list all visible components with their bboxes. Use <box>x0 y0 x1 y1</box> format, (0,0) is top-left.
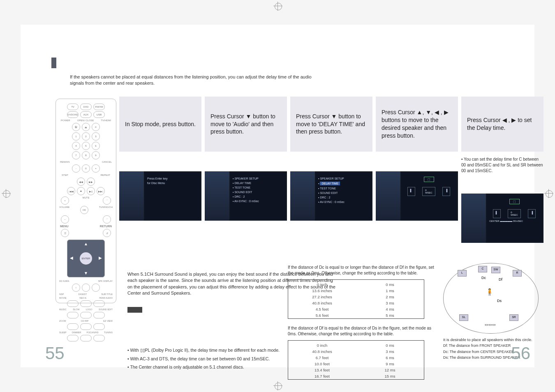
table-cell-distance: 4.5 feet <box>288 306 356 312</box>
remote-label-mute: MUTE <box>83 196 90 205</box>
screen-line: • DELAY TIME <box>233 182 283 184</box>
table-cell-distance: 5.6 feet <box>288 312 356 318</box>
remote-digit-6: 6 <box>92 142 100 150</box>
rb3 <box>93 300 105 307</box>
remote-btn-usb: USB <box>93 111 105 118</box>
table-cell-delay: 3 ms <box>356 300 424 306</box>
l-logo: LOGO <box>86 308 92 311</box>
surround-delay-table: 0 inch0 ms40.8 inches3 ms6.7 feet6 ms10.… <box>288 340 424 380</box>
table-cell-distance: 16.7 feet <box>288 373 356 379</box>
rb10 <box>67 335 79 341</box>
screen-line: • DRC : 2 <box>318 196 368 199</box>
step-screen-2: AUDIO• SPEAKER SETUP• DELAY TIME• TEST T… <box>205 171 287 221</box>
table-cell-distance: 40.8 inches <box>288 300 356 306</box>
l-tuning2: TUNING <box>104 331 113 334</box>
remote-label-vol: VOLUME <box>59 206 69 214</box>
remote-btn-chdn: ˅ <box>103 215 111 224</box>
remote-digit-1: 1 <box>72 132 80 141</box>
remote-label-tuning: TUNING/CH <box>99 206 113 214</box>
remote-btn-power: ⏻ <box>72 123 80 131</box>
remote-digit-5: 5 <box>82 142 90 150</box>
l-music: MUSIC <box>59 308 67 311</box>
remote-control-illustration: TV DVD FM/XM DVDOKE AUX USB POWER OPEN/ … <box>56 99 116 303</box>
table-cell-delay: 0 ms <box>356 342 424 348</box>
speaker-SW: SW <box>491 267 500 273</box>
speaker-L: L <box>458 270 467 277</box>
screen-line: • AV-SYNC : 0 mSec <box>318 201 368 203</box>
step-screen-4: DELAY TIME⬚▌0MSEC▐ <box>376 171 458 221</box>
remote-digit-4: 4 <box>72 142 80 150</box>
remote-digit-0: 0 <box>82 164 90 173</box>
table-row: 0 inch0 ms <box>288 342 424 348</box>
table-cell-delay: 0 ms <box>356 281 424 288</box>
step-4: Press Cursor ▲, ▼, ◀ , ▶ buttons to move… <box>376 97 458 243</box>
remote-btn-volup: + <box>61 196 69 205</box>
remote-label-hdmi: TV/HDMI <box>101 119 111 122</box>
remote-digit-9: 9 <box>92 151 100 159</box>
screen-line: • AV-SYNC : 0 mSec <box>233 200 283 203</box>
step-1: In Stop mode, press button.DVD MENUPress… <box>119 97 201 243</box>
remote-btn-aux: AUX <box>80 111 92 118</box>
dist-Ds: Ds <box>497 299 502 303</box>
l-dig: DIGEST <box>79 293 87 295</box>
remote-btn-dvdoke: DVDOKE <box>67 111 79 118</box>
step-5: Press Cursor ◀ , ▶ to set the Delay time… <box>461 97 543 243</box>
legend-dc: Dc: The distance from CENTER SPEAKER <box>443 349 546 355</box>
remote-btn-ff: ▶▶ <box>87 178 95 186</box>
screen-line: for Disc Menu <box>147 182 197 184</box>
step-head-4: Press Cursor ▲, ▼, ◀ , ▶ buttons to move… <box>376 97 458 152</box>
rb2 <box>80 300 92 307</box>
screen-line: • SPEAKER SETUP <box>233 177 283 180</box>
speaker-R: R <box>513 270 522 277</box>
table-cell-distance: 6.7 feet <box>288 355 356 361</box>
rb11 <box>80 335 92 341</box>
table-row: 40.8 inches3 ms <box>288 348 424 355</box>
diagram-caption: It is desirable to place all speakers wi… <box>443 337 546 342</box>
table-cell-delay: 4 ms <box>356 306 424 312</box>
remote-label-open: OPEN/ CLOSE <box>77 119 94 122</box>
remote-btn-menu: ☰ <box>61 229 69 237</box>
step-head-5: Press Cursor ◀ , ▶ to set the Delay time… <box>461 97 543 152</box>
diagram-circle: L C SW R SL SR Dc Df Ds 🧍 ▭▭▭ <box>443 263 539 334</box>
l-cdrip: CD RIP <box>81 320 89 322</box>
remote-btn-enter: ENTER <box>80 252 92 265</box>
remote-btn-eject: ⏏ <box>82 123 90 131</box>
dpad-right-icon: ▶ <box>99 256 102 260</box>
note-flag-icon <box>127 307 142 313</box>
screen-line: • DELAY TIME <box>318 182 368 185</box>
step-screen-1: DVD MENUPress Enter keyfor Disc Menu <box>119 171 201 221</box>
remote-label-menu: MENU <box>60 225 69 228</box>
l-subt: SUB TITLE <box>101 293 113 295</box>
table-cell-distance: 0 inch <box>288 281 356 288</box>
l-slow: SLOW <box>73 308 79 311</box>
screen-line: Press Enter key <box>147 177 197 180</box>
remote-btn-ok: OK <box>80 206 88 214</box>
table-cell-delay: 3 ms <box>356 348 424 355</box>
table-row: 0 inch0 ms <box>288 281 424 288</box>
l-hdmiA: HDMI AUDIO <box>99 297 113 299</box>
table-row: 13.4 feet12 ms <box>288 367 424 373</box>
l-zoom: ZOOM <box>59 320 66 322</box>
speaker-diagram: L C SW R SL SR Dc Df Ds 🧍 ▭▭▭ It is desi… <box>443 263 546 360</box>
remote-digit-8: 8 <box>82 151 90 159</box>
rb8 <box>80 323 92 330</box>
remote-label-remain: REMAIN <box>60 161 69 163</box>
rb7 <box>67 323 79 330</box>
speaker-SR: SR <box>509 314 518 321</box>
screen-line: • TEST TONE <box>318 187 368 190</box>
screen-line: • DRC : 2 <box>233 195 283 198</box>
table-row: 16.7 feet15 ms <box>288 373 424 379</box>
center-text-2: If the distance of Df is equal to the di… <box>288 325 436 337</box>
l-se: SOUND EDIT <box>99 308 113 311</box>
center-delay-table: 0 inch0 ms13.6 inches1 ms27.2 inches2 ms… <box>288 279 424 319</box>
page-number-right: 56 <box>511 344 530 363</box>
rb4 <box>67 312 79 318</box>
screen-line: • SOUND EDIT <box>233 191 283 194</box>
table-cell-distance: 40.8 inches <box>288 348 356 355</box>
remote-btn-rw: ◀◀ <box>77 178 85 186</box>
remote-digit-3: 3 <box>92 132 100 141</box>
remote-dpad: ▲ ▼ ◀ ▶ ENTER <box>67 240 105 277</box>
table-cell-delay: 15 ms <box>356 373 424 379</box>
speaker-C: C <box>478 266 487 272</box>
step-head-3: Press Cursor ▼ button to move to 'DELAY … <box>290 97 372 152</box>
